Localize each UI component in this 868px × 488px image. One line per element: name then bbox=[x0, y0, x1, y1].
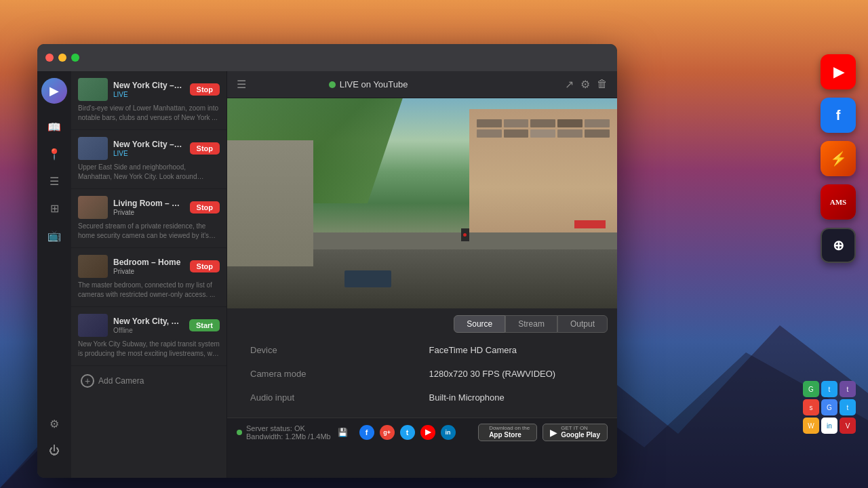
mini-tw2-icon[interactable]: t bbox=[840, 399, 856, 415]
camera-desc-nyc-birds: Bird's-eye view of Lower Manhattan, zoom… bbox=[78, 104, 220, 123]
sidebar-icon-power[interactable]: ⏻ bbox=[42, 439, 66, 463]
camera-thumb-subway bbox=[78, 314, 108, 337]
close-button[interactable] bbox=[45, 54, 54, 62]
camera-thumb-nyc-birds bbox=[78, 78, 108, 101]
sidebar-icons: ▶ 📖 📍 ☰ ⊞ 📺 ⚙ ⏻ bbox=[37, 71, 71, 478]
camera-thumb-living bbox=[78, 196, 108, 219]
app-body: ▶ 📖 📍 ☰ ⊞ 📺 ⚙ ⏻ New York City – Birds Ey… bbox=[37, 71, 617, 478]
trash-icon[interactable]: 🗑 bbox=[597, 78, 608, 91]
bandwidth-text: Bandwidth: 1.2Mb /1.4Mb bbox=[246, 432, 331, 441]
fullscreen-button[interactable] bbox=[71, 54, 79, 62]
camera-thumb-bedroom bbox=[78, 255, 108, 278]
tab-row: Source Stream Output bbox=[237, 308, 608, 340]
app-logo[interactable]: ▶ bbox=[41, 78, 67, 104]
tab-stream[interactable]: Stream bbox=[505, 315, 557, 333]
camera-name-nyc-ues: New York City – UES bbox=[113, 140, 184, 149]
live-status-text: LIVE on YouTube bbox=[340, 79, 408, 89]
camera-item-bedroom[interactable]: Bedroom – Home Private Stop The master b… bbox=[71, 248, 226, 307]
toolbar-right: ↗ ⚙ 🗑 bbox=[565, 78, 608, 91]
add-camera-button[interactable]: + Add Camera bbox=[71, 366, 226, 396]
app-store-text: Download on the App Store bbox=[489, 425, 530, 440]
mini-g-icon[interactable]: G bbox=[803, 381, 819, 397]
mini-g2-icon[interactable]: G bbox=[821, 399, 837, 415]
camera-info-living: Living Room – Home Private bbox=[113, 199, 184, 216]
facebook-icon[interactable]: f bbox=[821, 98, 856, 133]
camera-list: New York City – Birds Eye LIVE Stop Bird… bbox=[71, 71, 227, 478]
camera-item-nyc-ues[interactable]: New York City – UES LIVE Stop Upper East… bbox=[71, 130, 226, 189]
live-badge: LIVE on YouTube bbox=[329, 79, 408, 89]
live-dot bbox=[329, 81, 336, 88]
sidebar-icon-location[interactable]: 📍 bbox=[42, 142, 66, 166]
sidebar-icon-grid[interactable]: ⊞ bbox=[42, 196, 66, 220]
store-badges: Download on the App Store ▶ GET IT ON Go… bbox=[478, 424, 608, 441]
camera-thumb-nyc-ues bbox=[78, 137, 108, 160]
camera-item-living-room[interactable]: Living Room – Home Private Stop Secured … bbox=[71, 189, 226, 248]
youtube-icon[interactable]: ▶ bbox=[821, 54, 856, 89]
camera-item-subway[interactable]: New York City, Subway Offline Start New … bbox=[71, 307, 226, 366]
camera-item-nyc-birds[interactable]: New York City – Birds Eye LIVE Stop Bird… bbox=[71, 71, 226, 130]
app-store-badge[interactable]: Download on the App Store bbox=[478, 424, 537, 441]
mini-v-icon[interactable]: V bbox=[840, 418, 856, 434]
tab-source[interactable]: Source bbox=[454, 315, 505, 333]
camera-info-subway: New York City, Subway Offline bbox=[113, 317, 184, 334]
facebook-social-btn[interactable]: f bbox=[359, 425, 374, 440]
camera-desc-nyc-ues: Upper East Side and neighborhood, Manhat… bbox=[78, 163, 220, 182]
tab-output[interactable]: Output bbox=[557, 315, 608, 333]
mini-tw-icon[interactable]: t bbox=[821, 381, 837, 397]
stop-button-nyc-birds[interactable]: Stop bbox=[190, 83, 220, 96]
add-icon: + bbox=[81, 374, 94, 388]
linkedin-social-btn[interactable]: in bbox=[441, 425, 456, 440]
sidebar-icon-list[interactable]: ☰ bbox=[42, 169, 66, 193]
menu-icon[interactable]: ☰ bbox=[237, 78, 246, 91]
camera-info-bedroom: Bedroom – Home Private bbox=[113, 258, 184, 275]
mini-tumblr-icon[interactable]: t bbox=[840, 381, 856, 397]
stop-button-living[interactable]: Stop bbox=[190, 201, 220, 214]
audio-input-value: Built-in Microphone bbox=[429, 390, 595, 405]
ams-icon[interactable]: AMS bbox=[821, 184, 856, 220]
gplus-social-btn[interactable]: g+ bbox=[380, 425, 395, 440]
sidebar-icon-book[interactable]: 📖 bbox=[42, 115, 66, 139]
camera-desc-subway: New York City Subway, the rapid transit … bbox=[78, 340, 220, 359]
sniper-icon[interactable]: ⊕ bbox=[821, 228, 856, 263]
mini-s-icon[interactable]: s bbox=[803, 399, 819, 415]
camera-status-nyc-birds: LIVE bbox=[113, 91, 184, 98]
settings-icon[interactable]: ⚙ bbox=[580, 78, 590, 91]
camera-mode-value: 868x488 30 FPS (RAWVIDEO) bbox=[429, 366, 595, 382]
title-bar bbox=[37, 44, 617, 71]
stop-button-nyc-ues[interactable]: Stop bbox=[190, 142, 220, 155]
start-button-subway[interactable]: Start bbox=[189, 319, 220, 331]
sidebar-icon-settings[interactable]: ⚙ bbox=[42, 411, 66, 436]
camera-status-bedroom: Private bbox=[113, 268, 184, 275]
camera-name-bedroom: Bedroom – Home bbox=[113, 258, 184, 267]
mini-wp2-icon[interactable]: in bbox=[821, 418, 837, 434]
hdd-icon: 💾 bbox=[338, 428, 348, 437]
twitter-social-btn[interactable]: t bbox=[400, 425, 415, 440]
youtube-social-btn[interactable]: ▶ bbox=[420, 425, 435, 440]
camera-status-living: Private bbox=[113, 209, 184, 216]
top-toolbar: ☰ LIVE on YouTube ↗ ⚙ 🗑 bbox=[227, 71, 617, 98]
mini-wp-icon[interactable]: W bbox=[803, 418, 819, 434]
google-play-text: GET IT ON Google Play bbox=[561, 425, 600, 440]
google-play-badge[interactable]: ▶ GET IT ON Google Play bbox=[542, 424, 608, 441]
audio-input-label: Audio input bbox=[250, 390, 416, 405]
share-icon[interactable]: ↗ bbox=[565, 78, 574, 91]
minimize-button[interactable] bbox=[58, 54, 66, 62]
stop-button-bedroom[interactable]: Stop bbox=[190, 260, 220, 272]
camera-info-nyc-birds: New York City – Birds Eye LIVE bbox=[113, 81, 184, 98]
device-value: FaceTime HD Camera bbox=[429, 342, 595, 358]
add-camera-label: Add Camera bbox=[98, 376, 144, 386]
camera-desc-living: Secured stream of a private residence, t… bbox=[78, 222, 220, 241]
camera-status-subway: Offline bbox=[113, 327, 184, 334]
desktop-dock-right: ▶ f ⚡ AMS ⊕ bbox=[821, 54, 856, 263]
camera-desc-bedroom: The master bedroom, connected to my list… bbox=[78, 281, 220, 300]
app-window: ▶ 📖 📍 ☰ ⊞ 📺 ⚙ ⏻ New York City – Birds Ey… bbox=[37, 44, 617, 478]
footer: Server status: OK Bandwidth: 1.2Mb /1.4M… bbox=[227, 418, 617, 446]
camera-name-living: Living Room – Home bbox=[113, 199, 184, 208]
device-label: Device bbox=[250, 342, 416, 358]
sidebar-icon-video[interactable]: 📺 bbox=[42, 223, 66, 247]
thunder-icon[interactable]: ⚡ bbox=[821, 141, 856, 176]
video-preview bbox=[227, 98, 617, 308]
camera-status-nyc-ues: LIVE bbox=[113, 150, 184, 157]
camera-mode-label: Camera mode bbox=[250, 366, 416, 382]
status-green-dot bbox=[237, 430, 242, 435]
